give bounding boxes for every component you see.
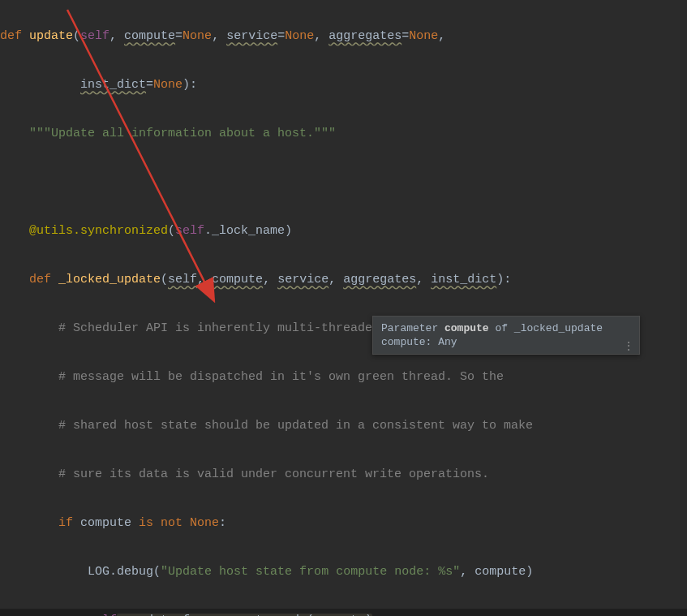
none-literal: None	[190, 516, 219, 530]
keyword-if: if	[58, 516, 80, 530]
close-signature: ):	[182, 78, 197, 92]
string: "Update host state from compute node: %s…	[161, 565, 460, 579]
equals: =	[401, 29, 409, 43]
equals: =	[146, 78, 153, 92]
comment: # shared host state should be updated in…	[58, 419, 533, 433]
param-aggregates: aggregates	[343, 273, 416, 286]
comma: ,	[263, 273, 277, 286]
code-line: if compute is not None:	[0, 511, 687, 536]
comma: ,	[328, 273, 343, 286]
close-signature: ):	[496, 273, 511, 286]
tooltip-line2: compute: Any	[381, 336, 457, 348]
function-name: _locked_update	[58, 273, 161, 286]
comment: # message will be dispatched in it's own…	[58, 370, 504, 384]
paren: (	[73, 29, 80, 43]
code-line: def _locked_update(self, compute, servic…	[0, 268, 687, 292]
param-compute: compute	[212, 273, 263, 286]
current-line: self._update_from_compute_node(compute)	[0, 609, 687, 616]
param-service: service	[277, 273, 328, 286]
none-literal: None	[182, 29, 212, 43]
param-inst-dict: inst_dict	[431, 273, 496, 286]
code-line: # shared host state should be updated in…	[0, 414, 687, 438]
dot: .	[109, 565, 117, 579]
keyword-isnot: is not	[131, 516, 190, 530]
paren: (	[153, 565, 161, 579]
code-line: def update(self, compute=None, service=N…	[0, 24, 687, 49]
paren: )	[285, 224, 292, 238]
decorator: @utils.synchronized	[29, 224, 168, 238]
docstring: """Update all information about a host."…	[29, 127, 336, 140]
more-actions-icon[interactable]: ⋮	[623, 341, 634, 352]
comma: ,	[109, 29, 124, 43]
code-line	[0, 170, 687, 195]
quick-doc-tooltip[interactable]: Parameter compute of _locked_update comp…	[372, 316, 640, 355]
keyword-def: def	[0, 29, 29, 43]
identifier: compute	[474, 565, 526, 579]
param-compute: compute	[124, 29, 175, 43]
self: self	[175, 224, 204, 238]
comma: ,	[416, 273, 431, 286]
none-literal: None	[285, 29, 314, 43]
none-literal: None	[153, 78, 182, 92]
code-line: inst_dict=None):	[0, 73, 687, 97]
comma: ,	[438, 29, 445, 43]
code-line: @utils.synchronized(self._lock_name)	[0, 219, 687, 243]
comma: ,	[314, 29, 328, 43]
code-line: """Update all information about a host."…	[0, 122, 687, 146]
code-line: # message will be dispatched in it's own…	[0, 365, 687, 390]
paren: (	[161, 273, 168, 286]
param-service: service	[226, 29, 277, 43]
equals: =	[277, 29, 285, 43]
param-aggregates: aggregates	[328, 29, 401, 43]
none-literal: None	[409, 29, 438, 43]
param-self: self	[168, 273, 197, 286]
keyword-def: def	[29, 273, 58, 286]
colon: :	[219, 516, 226, 530]
paren: (	[168, 224, 175, 238]
comment: # sure its data is valid under concurren…	[58, 467, 489, 481]
param-self: self	[80, 29, 109, 43]
attr: ._lock_name	[204, 224, 285, 238]
comma: ,	[460, 565, 474, 579]
equals: =	[175, 29, 182, 43]
log-obj: LOG	[88, 565, 109, 579]
code-line: LOG.debug("Update host state from comput…	[0, 560, 687, 584]
param-inst-dict: inst_dict	[80, 78, 146, 92]
comma: ,	[197, 273, 212, 286]
tooltip-line1: Parameter compute of _locked_update	[381, 322, 603, 334]
identifier: compute	[80, 516, 131, 530]
log-method: debug	[117, 565, 153, 579]
code-line: # sure its data is valid under concurren…	[0, 463, 687, 487]
function-name: update	[29, 29, 73, 43]
paren: )	[526, 565, 533, 579]
code-editor[interactable]: def update(self, compute=None, service=N…	[0, 0, 687, 616]
comma: ,	[212, 29, 226, 43]
